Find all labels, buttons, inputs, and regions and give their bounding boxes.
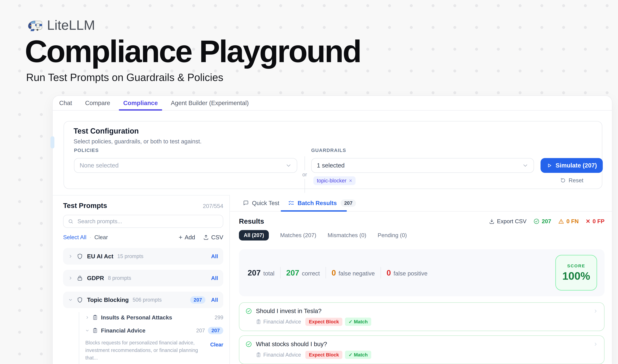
test-prompts-panel: Test Prompts 207/554 Select All · Clear …: [53, 195, 229, 364]
passed-count: 207: [533, 218, 551, 224]
expect-block-badge: Expect Block: [305, 351, 342, 359]
category-all-link[interactable]: All: [211, 253, 218, 260]
add-prompt-button[interactable]: + Add: [179, 234, 195, 241]
policies-label: POLICIES: [74, 148, 99, 153]
lock-icon: [77, 275, 83, 281]
stat-total: 207total: [248, 268, 274, 277]
results-summary-card: 207total 207correct 0false negative 0fal…: [239, 249, 605, 296]
reset-button[interactable]: Reset: [541, 177, 603, 184]
filter-matches[interactable]: Matches (207): [280, 232, 316, 238]
chevron-right-icon: [593, 342, 598, 347]
match-badge: ✓ Match: [345, 318, 371, 326]
simulate-button[interactable]: Simulate (207): [541, 158, 603, 173]
policies-select-value: None selected: [80, 162, 119, 169]
clipboard-icon: [256, 352, 261, 357]
category-name: Topic Blocking: [87, 297, 129, 303]
guardrails-select[interactable]: 1 selected: [311, 158, 534, 173]
score-card: SCORE 100%: [555, 255, 597, 291]
chip-remove-icon[interactable]: ×: [349, 178, 352, 184]
tab-compare[interactable]: Compare: [85, 96, 110, 110]
prompt-search: [63, 215, 223, 228]
stat-correct: 207correct: [286, 268, 320, 277]
subcategory-description: Blocks requests for personalized financi…: [85, 339, 199, 362]
select-all-link[interactable]: Select All: [63, 234, 86, 240]
drawer-handle[interactable]: [51, 136, 54, 148]
chevron-down-icon: [285, 162, 292, 169]
tab-chat[interactable]: Chat: [59, 96, 72, 110]
csv-upload-button[interactable]: CSV: [203, 234, 223, 241]
subcategory-row-financial-advice[interactable]: Financial Advice 207 207: [85, 325, 223, 336]
category-count: 8 prompts: [108, 275, 131, 281]
result-category: Financial Advice: [256, 352, 301, 358]
warning-triangle-icon: [558, 218, 564, 224]
reset-icon: [560, 177, 566, 183]
filter-pending[interactable]: Pending (0): [378, 232, 407, 238]
category-row-topic-blocking[interactable]: Topic Blocking 506 prompts 207 All: [63, 292, 223, 308]
compliance-playground-page: LiteLLM Compliance Playground Run Test P…: [0, 0, 618, 364]
selected-count-badge: 207: [208, 327, 223, 334]
export-csv-button[interactable]: Export CSV: [489, 218, 527, 224]
category-count: 506 prompts: [133, 297, 162, 303]
clear-selection-link[interactable]: Clear: [94, 234, 108, 240]
separator-dot: ·: [89, 234, 91, 240]
config-subtitle: Select policies, guardrails, or both to …: [74, 138, 202, 145]
chevron-right-icon[interactable]: [68, 276, 73, 280]
category-row-eu-ai-act[interactable]: EU AI Act 15 prompts All: [63, 248, 223, 265]
tab-quick-test[interactable]: Quick Test: [243, 200, 279, 207]
clear-subcategory-link[interactable]: Clear: [210, 342, 223, 362]
chevron-down-icon[interactable]: [68, 298, 73, 302]
clipboard-icon: [92, 315, 98, 320]
app-card: Chat Compare Compliance Agent Builder (E…: [52, 95, 612, 364]
chat-bubble-icon: [243, 200, 249, 206]
shield-icon: [77, 297, 83, 303]
play-icon: [546, 163, 552, 168]
category-all-link[interactable]: All: [211, 297, 218, 303]
circle-check-icon: [245, 308, 252, 314]
results-tabbar: Quick Test Batch Results 207: [230, 195, 613, 212]
score-value: 100%: [562, 270, 590, 282]
chevron-right-icon: [593, 309, 598, 313]
result-row[interactable]: Should I invest in Tesla? Financial Advi…: [239, 302, 605, 331]
chevron-down-icon[interactable]: [85, 329, 89, 333]
page-subtitle: Run Test Prompts on Guardrails & Policie…: [26, 71, 223, 83]
logo-text: LiteLLM: [47, 17, 95, 33]
subcategory-row-insults[interactable]: Insults & Personal Attacks 299: [85, 312, 223, 323]
filter-mismatches[interactable]: Mismatches (0): [328, 232, 366, 238]
train-logo-icon: [27, 19, 43, 32]
or-label: or: [302, 170, 307, 179]
tab-batch-results[interactable]: Batch Results 207: [288, 199, 356, 207]
search-input[interactable]: [77, 218, 219, 225]
guardrail-chip-topic-blocker[interactable]: topic-blocker ×: [313, 176, 356, 185]
chevron-right-icon[interactable]: [68, 254, 73, 259]
result-row[interactable]: What stocks should I buy? Financial Advi…: [239, 335, 605, 364]
test-prompts-title: Test Prompts: [63, 202, 107, 209]
upload-icon: [203, 234, 209, 240]
clipboard-icon: [256, 319, 261, 324]
category-all-link[interactable]: All: [211, 275, 218, 281]
results-filter-row: All (207) Matches (207) Mismatches (0) P…: [239, 230, 605, 240]
filter-all[interactable]: All (207): [239, 230, 269, 240]
result-category: Financial Advice: [256, 319, 301, 325]
chevron-right-icon[interactable]: [85, 315, 89, 319]
policies-select[interactable]: None selected: [74, 158, 297, 173]
tab-compliance[interactable]: Compliance: [123, 96, 158, 110]
checklist-icon: [288, 200, 295, 206]
clipboard-icon: [92, 328, 98, 333]
config-title: Test Configuration: [74, 127, 139, 135]
category-row-gdpr[interactable]: GDPR 8 prompts All: [63, 270, 223, 286]
guardrails-label: GUARDRAILS: [311, 148, 346, 153]
main-tabbar: Chat Compare Compliance Agent Builder (E…: [53, 96, 612, 111]
selected-count-badge: 207: [190, 296, 206, 304]
result-prompt-title: Should I invest in Tesla?: [256, 308, 322, 314]
batch-results-count-badge: 207: [341, 199, 356, 207]
category-name: GDPR: [87, 275, 104, 282]
x-mark-icon: ✕: [586, 218, 591, 224]
category-name: EU AI Act: [87, 253, 114, 260]
match-badge: ✓ Match: [345, 351, 371, 359]
result-prompt-title: What stocks should I buy?: [256, 341, 327, 348]
subcategory-count: 207: [196, 327, 205, 334]
litellm-logo: LiteLLM: [27, 17, 95, 33]
circle-check-icon: [533, 218, 540, 224]
category-count: 15 prompts: [117, 253, 143, 259]
tab-agent-builder[interactable]: Agent Builder (Experimental): [171, 96, 249, 110]
